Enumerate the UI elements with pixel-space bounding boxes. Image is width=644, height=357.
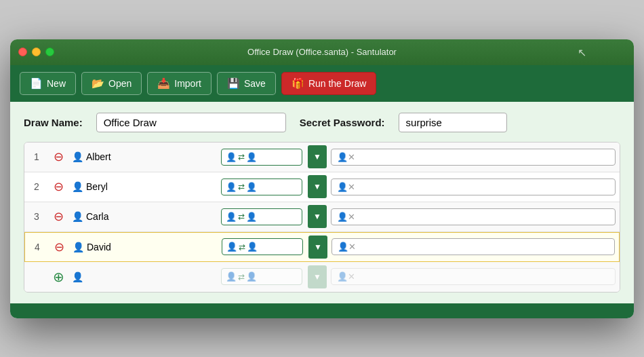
- excl-x-icon-3: 👤✕: [337, 212, 355, 222]
- new-button[interactable]: 📄 New: [20, 72, 76, 95]
- excl-person-right-2: 👤: [246, 182, 257, 192]
- excl-arrow-1: ⇄: [238, 152, 245, 162]
- maximize-button[interactable]: [45, 48, 54, 56]
- remove-button-1[interactable]: ⊖: [49, 147, 68, 166]
- remove-button-2[interactable]: ⊖: [49, 177, 68, 196]
- save-button[interactable]: 💾 Save: [217, 72, 276, 95]
- excl-person-right-1: 👤: [246, 152, 257, 162]
- excl-person-right-3: 👤: [246, 212, 257, 222]
- new-excl-arrow: ⇄: [238, 272, 245, 282]
- excl-person-right-4: 👤: [247, 242, 258, 252]
- content-area: Draw Name: Secret Password: 1 ⊖ 👤 👤 ⇄ 👤: [10, 102, 634, 303]
- run-draw-label: Run the Draw: [308, 78, 367, 89]
- exclusion-wrap-1: 👤 ⇄ 👤: [221, 149, 302, 166]
- table-row: 2 ⊖ 👤 👤 ⇄ 👤 ▼ 👤✕: [24, 172, 620, 202]
- excl-person-left-2: 👤: [226, 182, 237, 192]
- new-excl-person-left: 👤: [226, 271, 237, 282]
- open-button[interactable]: 📂 Open: [81, 72, 142, 95]
- remove-button-4[interactable]: ⊖: [49, 238, 68, 257]
- new-name-wrap: 👤: [68, 269, 217, 285]
- row-number-2: 2: [24, 181, 49, 192]
- draw-settings-row: Draw Name: Secret Password:: [24, 113, 620, 132]
- import-label: Import: [174, 78, 201, 89]
- import-icon: 📥: [157, 77, 170, 90]
- excl-person-left-4: 👤: [226, 242, 237, 252]
- name-input-4[interactable]: [87, 242, 209, 252]
- table-row: 3 ⊖ 👤 👤 ⇄ 👤 ▼ 👤✕: [24, 202, 620, 232]
- exclusion-wrap-3: 👤 ⇄ 👤: [221, 208, 302, 225]
- open-icon: 📂: [92, 77, 104, 90]
- exclusion-dropdown-2[interactable]: ▼: [308, 175, 327, 198]
- row-number-3: 3: [24, 211, 49, 222]
- exclusion-wrap-2: 👤 ⇄ 👤: [221, 178, 302, 195]
- name-field-wrap-2: 👤: [68, 178, 217, 195]
- exclusion-detail-2: 👤✕: [331, 178, 616, 195]
- add-participant-button[interactable]: ⊕: [49, 267, 68, 286]
- excl-person-left-3: 👤: [226, 212, 237, 222]
- excl-person-left-1: 👤: [226, 152, 237, 162]
- new-excl-x-icon: 👤✕: [337, 271, 355, 282]
- excl-arrow-4: ⇄: [239, 242, 245, 252]
- name-field-wrap-3: 👤: [68, 208, 217, 225]
- exclusion-detail-4: 👤✕: [331, 238, 615, 255]
- main-window: Office Draw (Office.santa) - Santulator …: [10, 39, 634, 318]
- new-excl-person-right: 👤: [246, 271, 257, 282]
- remove-button-3[interactable]: ⊖: [49, 207, 68, 226]
- new-label: New: [47, 78, 66, 89]
- draw-name-label: Draw Name:: [24, 117, 83, 128]
- person-icon-2: 👤: [72, 181, 83, 192]
- name-input-2[interactable]: [86, 181, 208, 192]
- exclusion-detail-3: 👤✕: [331, 208, 616, 225]
- toolbar: 📄 New 📂 Open 📥 Import 💾 Save 🎁 Run the D…: [10, 65, 634, 102]
- password-label: Secret Password:: [300, 117, 385, 128]
- gift-icon: 🎁: [291, 77, 304, 90]
- person-icon-1: 👤: [72, 151, 83, 162]
- save-label: Save: [244, 78, 266, 89]
- password-input[interactable]: [399, 113, 507, 132]
- person-icon-3: 👤: [72, 211, 83, 222]
- name-field-wrap-1: 👤: [68, 149, 217, 165]
- new-exclusion-detail: 👤✕: [331, 268, 616, 285]
- participants-table: 1 ⊖ 👤 👤 ⇄ 👤 ▼ 👤✕ 2 ⊖: [24, 142, 620, 293]
- exclusion-dropdown-3[interactable]: ▼: [308, 205, 327, 228]
- excl-x-icon-1: 👤✕: [337, 152, 355, 162]
- window-title: Office Draw (Office.santa) - Santulator: [247, 47, 397, 57]
- table-row: 4 ⊖ 👤 👤 ⇄ 👤 ▼ 👤✕: [24, 232, 620, 262]
- new-exclusion-wrap: 👤 ⇄ 👤: [221, 268, 302, 285]
- excl-arrow-3: ⇄: [238, 212, 245, 221]
- save-icon: 💾: [227, 77, 240, 90]
- name-input-3[interactable]: [86, 211, 208, 222]
- new-icon: 📄: [30, 77, 43, 90]
- new-exclusion-dropdown: ▼: [308, 265, 327, 288]
- person-icon-4: 👤: [73, 242, 84, 252]
- excl-x-icon-4: 👤✕: [338, 242, 356, 252]
- new-name-input[interactable]: [86, 271, 208, 282]
- traffic-lights: [18, 48, 54, 56]
- import-button[interactable]: 📥 Import: [147, 72, 212, 95]
- open-label: Open: [108, 78, 132, 89]
- table-row: 1 ⊖ 👤 👤 ⇄ 👤 ▼ 👤✕: [24, 143, 620, 172]
- run-draw-button[interactable]: 🎁 Run the Draw: [281, 72, 377, 95]
- name-input-1[interactable]: [86, 151, 208, 162]
- row-number-1: 1: [24, 151, 49, 162]
- add-participant-row: ⊕ 👤 👤 ⇄ 👤 ▼ 👤✕: [24, 262, 620, 292]
- close-button[interactable]: [18, 48, 27, 56]
- cursor-icon: ↖: [578, 45, 586, 58]
- draw-name-input[interactable]: [96, 113, 286, 132]
- name-field-wrap-4: 👤: [68, 239, 218, 255]
- ghost-person-icon: 👤: [72, 271, 83, 282]
- excl-x-icon-2: 👤✕: [337, 182, 355, 192]
- exclusion-wrap-4: 👤 ⇄ 👤: [222, 238, 303, 255]
- status-bar: [10, 303, 634, 318]
- exclusion-detail-1: 👤✕: [331, 149, 616, 166]
- exclusion-dropdown-1[interactable]: ▼: [308, 145, 327, 168]
- excl-arrow-2: ⇄: [238, 182, 245, 191]
- minimize-button[interactable]: [32, 48, 41, 56]
- title-bar: Office Draw (Office.santa) - Santulator …: [10, 39, 634, 65]
- exclusion-dropdown-4[interactable]: ▼: [308, 236, 327, 259]
- row-number-4: 4: [25, 242, 49, 252]
